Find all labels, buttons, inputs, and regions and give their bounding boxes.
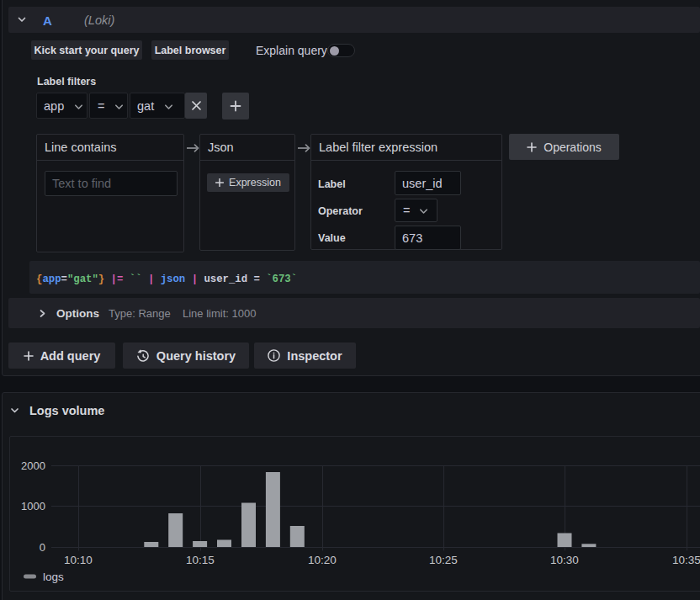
svg-text:10:25: 10:25 <box>429 554 458 566</box>
svg-text:10:10: 10:10 <box>64 554 93 566</box>
svg-text:1000: 1000 <box>21 500 45 512</box>
svg-text:10:15: 10:15 <box>186 554 215 566</box>
svg-text:10:35: 10:35 <box>672 554 700 566</box>
svg-text:10:20: 10:20 <box>308 554 337 566</box>
svg-text:0: 0 <box>40 541 45 554</box>
svg-text:logs: logs <box>43 571 64 583</box>
svg-text:2000: 2000 <box>21 459 45 472</box>
svg-text:10:30: 10:30 <box>550 554 579 566</box>
